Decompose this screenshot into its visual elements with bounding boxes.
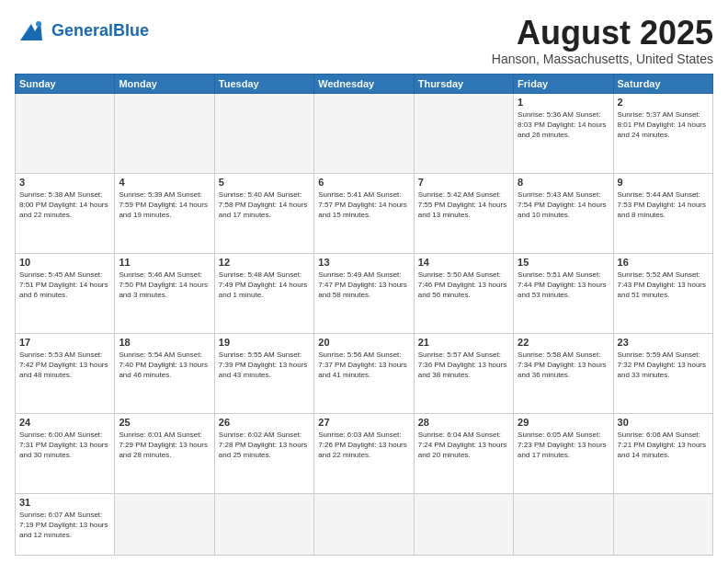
calendar: Sunday Monday Tuesday Wednesday Thursday… [15, 74, 713, 556]
day-info: Sunrise: 5:58 AM Sunset: 7:34 PM Dayligh… [518, 350, 609, 381]
day-info: Sunrise: 6:02 AM Sunset: 7:28 PM Dayligh… [219, 430, 310, 461]
table-row: 1Sunrise: 5:36 AM Sunset: 8:03 PM Daylig… [514, 93, 613, 173]
table-row: 4Sunrise: 5:39 AM Sunset: 7:59 PM Daylig… [115, 173, 214, 253]
day-info: Sunrise: 5:43 AM Sunset: 7:54 PM Dayligh… [518, 190, 609, 221]
day-info: Sunrise: 5:37 AM Sunset: 8:01 PM Dayligh… [618, 109, 709, 141]
table-row [514, 493, 613, 555]
day-info: Sunrise: 5:55 AM Sunset: 7:39 PM Dayligh… [219, 350, 310, 381]
table-row: 15Sunrise: 5:51 AM Sunset: 7:44 PM Dayli… [514, 253, 613, 333]
calendar-week-row: 24Sunrise: 6:00 AM Sunset: 7:31 PM Dayli… [16, 413, 713, 493]
day-info: Sunrise: 6:01 AM Sunset: 7:29 PM Dayligh… [119, 430, 210, 461]
day-info: Sunrise: 5:46 AM Sunset: 7:50 PM Dayligh… [119, 270, 210, 301]
day-number: 1 [518, 97, 609, 108]
day-info: Sunrise: 5:52 AM Sunset: 7:43 PM Dayligh… [618, 270, 709, 301]
day-number: 29 [518, 417, 609, 428]
table-row: 31Sunrise: 6:07 AM Sunset: 7:19 PM Dayli… [16, 493, 115, 555]
day-number: 14 [418, 257, 509, 268]
logo-general: General [51, 21, 113, 40]
day-number: 23 [618, 337, 709, 348]
day-info: Sunrise: 5:45 AM Sunset: 7:51 PM Dayligh… [19, 270, 110, 301]
col-wednesday: Wednesday [314, 74, 414, 93]
location-title: Hanson, Massachusetts, United States [492, 52, 713, 66]
calendar-header-row: Sunday Monday Tuesday Wednesday Thursday… [16, 74, 713, 93]
table-row [214, 493, 313, 555]
header: GeneralBlue August 2025 Hanson, Massachu… [15, 15, 713, 66]
day-number: 4 [119, 177, 210, 188]
table-row: 19Sunrise: 5:55 AM Sunset: 7:39 PM Dayli… [214, 333, 313, 413]
table-row [115, 93, 214, 173]
table-row: 27Sunrise: 6:03 AM Sunset: 7:26 PM Dayli… [314, 413, 414, 493]
table-row: 12Sunrise: 5:48 AM Sunset: 7:49 PM Dayli… [214, 253, 313, 333]
col-tuesday: Tuesday [214, 74, 313, 93]
table-row: 14Sunrise: 5:50 AM Sunset: 7:46 PM Dayli… [414, 253, 513, 333]
table-row [314, 493, 414, 555]
day-info: Sunrise: 5:50 AM Sunset: 7:46 PM Dayligh… [418, 270, 509, 301]
day-info: Sunrise: 5:54 AM Sunset: 7:40 PM Dayligh… [119, 350, 210, 381]
day-info: Sunrise: 6:04 AM Sunset: 7:24 PM Dayligh… [418, 430, 509, 461]
table-row: 8Sunrise: 5:43 AM Sunset: 7:54 PM Daylig… [514, 173, 613, 253]
day-info: Sunrise: 5:49 AM Sunset: 7:47 PM Dayligh… [318, 270, 409, 301]
col-thursday: Thursday [414, 74, 513, 93]
logo-icon [15, 15, 48, 48]
day-number: 30 [618, 417, 709, 428]
table-row [314, 93, 414, 173]
month-title: August 2025 [492, 15, 713, 52]
day-number: 12 [219, 257, 310, 268]
table-row: 23Sunrise: 5:59 AM Sunset: 7:32 PM Dayli… [613, 333, 712, 413]
table-row: 16Sunrise: 5:52 AM Sunset: 7:43 PM Dayli… [613, 253, 712, 333]
day-info: Sunrise: 5:56 AM Sunset: 7:37 PM Dayligh… [318, 350, 409, 381]
day-info: Sunrise: 5:53 AM Sunset: 7:42 PM Dayligh… [19, 350, 110, 381]
day-number: 18 [119, 337, 210, 348]
svg-point-2 [36, 21, 41, 27]
day-number: 26 [219, 417, 310, 428]
day-info: Sunrise: 5:40 AM Sunset: 7:58 PM Dayligh… [219, 190, 310, 221]
table-row: 28Sunrise: 6:04 AM Sunset: 7:24 PM Dayli… [414, 413, 513, 493]
title-block: August 2025 Hanson, Massachusetts, Unite… [492, 15, 713, 66]
table-row: 13Sunrise: 5:49 AM Sunset: 7:47 PM Dayli… [314, 253, 414, 333]
day-number: 22 [518, 337, 609, 348]
table-row: 22Sunrise: 5:58 AM Sunset: 7:34 PM Dayli… [514, 333, 613, 413]
calendar-week-row: 31Sunrise: 6:07 AM Sunset: 7:19 PM Dayli… [16, 493, 713, 555]
day-info: Sunrise: 6:07 AM Sunset: 7:19 PM Dayligh… [19, 510, 110, 541]
table-row: 17Sunrise: 5:53 AM Sunset: 7:42 PM Dayli… [16, 333, 115, 413]
day-info: Sunrise: 6:06 AM Sunset: 7:21 PM Dayligh… [618, 430, 709, 461]
day-number: 16 [618, 257, 709, 268]
day-number: 21 [418, 337, 509, 348]
table-row: 30Sunrise: 6:06 AM Sunset: 7:21 PM Dayli… [613, 413, 712, 493]
calendar-week-row: 10Sunrise: 5:45 AM Sunset: 7:51 PM Dayli… [16, 253, 713, 333]
day-number: 13 [318, 257, 409, 268]
day-number: 3 [19, 177, 110, 188]
day-number: 19 [219, 337, 310, 348]
table-row: 26Sunrise: 6:02 AM Sunset: 7:28 PM Dayli… [214, 413, 313, 493]
day-number: 31 [19, 497, 110, 508]
table-row: 10Sunrise: 5:45 AM Sunset: 7:51 PM Dayli… [16, 253, 115, 333]
table-row: 20Sunrise: 5:56 AM Sunset: 7:37 PM Dayli… [314, 333, 414, 413]
day-number: 10 [19, 257, 110, 268]
table-row: 7Sunrise: 5:42 AM Sunset: 7:55 PM Daylig… [414, 173, 513, 253]
table-row: 18Sunrise: 5:54 AM Sunset: 7:40 PM Dayli… [115, 333, 214, 413]
day-info: Sunrise: 6:03 AM Sunset: 7:26 PM Dayligh… [318, 430, 409, 461]
day-info: Sunrise: 5:36 AM Sunset: 8:03 PM Dayligh… [518, 109, 609, 141]
calendar-week-row: 17Sunrise: 5:53 AM Sunset: 7:42 PM Dayli… [16, 333, 713, 413]
day-number: 17 [19, 337, 110, 348]
day-number: 8 [518, 177, 609, 188]
table-row: 11Sunrise: 5:46 AM Sunset: 7:50 PM Dayli… [115, 253, 214, 333]
logo-text: GeneralBlue [51, 22, 149, 40]
table-row [115, 493, 214, 555]
day-number: 15 [518, 257, 609, 268]
col-friday: Friday [514, 74, 613, 93]
day-info: Sunrise: 5:41 AM Sunset: 7:57 PM Dayligh… [318, 190, 409, 221]
table-row [414, 93, 513, 173]
day-number: 24 [19, 417, 110, 428]
col-saturday: Saturday [613, 74, 712, 93]
day-info: Sunrise: 5:39 AM Sunset: 7:59 PM Dayligh… [119, 190, 210, 221]
table-row: 5Sunrise: 5:40 AM Sunset: 7:58 PM Daylig… [214, 173, 313, 253]
day-number: 2 [618, 97, 709, 108]
table-row [16, 93, 115, 173]
table-row: 25Sunrise: 6:01 AM Sunset: 7:29 PM Dayli… [115, 413, 214, 493]
col-sunday: Sunday [16, 74, 115, 93]
table-row [214, 93, 313, 173]
day-number: 27 [318, 417, 409, 428]
table-row: 21Sunrise: 5:57 AM Sunset: 7:36 PM Dayli… [414, 333, 513, 413]
day-number: 7 [418, 177, 509, 188]
